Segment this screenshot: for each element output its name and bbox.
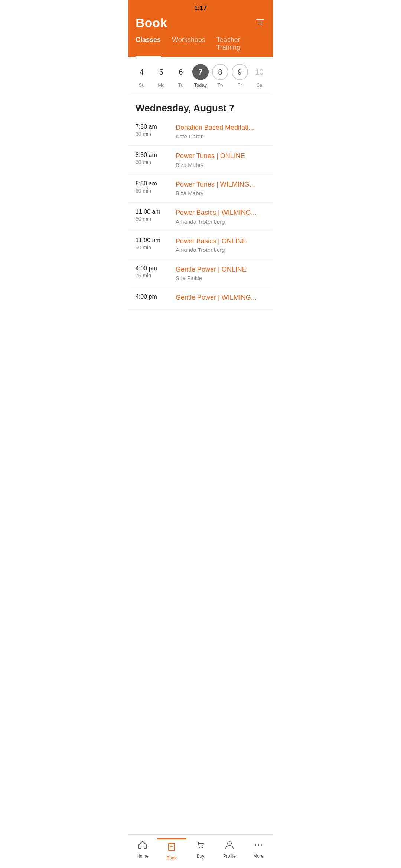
class-time-block: 11:00 am60 min [136, 208, 173, 222]
calendar-day-6[interactable]: 6Tu [172, 64, 190, 88]
nav-book-label: Book [166, 855, 176, 861]
tab-workshops[interactable]: Workshops [172, 36, 205, 57]
day-label: Sa [257, 82, 263, 88]
svg-point-12 [261, 844, 262, 846]
tab-bar: Classes Workshops Teacher Training [128, 30, 273, 57]
nav-profile-label: Profile [223, 854, 236, 859]
nav-home-label: Home [137, 854, 149, 859]
class-instructor: Biza Mabry [176, 162, 265, 168]
class-info: Power Tunes | ONLINEBiza Mabry [173, 152, 265, 168]
calendar-day-10[interactable]: 10Sa [250, 64, 268, 88]
classes-list: 7:30 am30 minDonation Based Meditati...K… [128, 118, 273, 339]
day-label: Fr [238, 82, 242, 88]
class-name: Power Basics | WILMING... [176, 208, 265, 217]
day-number: 6 [173, 64, 189, 80]
class-name: Power Tunes | ONLINE [176, 152, 265, 160]
class-instructor: Amanda Trotenberg [176, 247, 265, 253]
header: Book [128, 12, 273, 30]
class-time-label: 11:00 am [136, 208, 160, 215]
class-item[interactable]: 7:30 am30 minDonation Based Meditati...K… [128, 118, 273, 146]
day-label: Th [217, 82, 223, 88]
nav-home[interactable]: Home [128, 840, 157, 859]
more-icon [254, 840, 263, 852]
svg-point-9 [228, 842, 231, 845]
day-number: 9 [232, 64, 248, 80]
class-time-block: 7:30 am30 min [136, 124, 173, 137]
buy-icon [196, 840, 205, 852]
svg-point-8 [202, 847, 203, 848]
svg-point-7 [199, 847, 200, 848]
class-instructor: Sue Finkle [176, 275, 265, 281]
class-time-label: 11:00 am [136, 237, 160, 244]
class-duration-label: 30 min [136, 131, 151, 137]
class-name: Donation Based Meditati... [176, 124, 265, 132]
class-duration-label: 60 min [136, 188, 151, 194]
profile-icon [225, 840, 234, 852]
day-label: Tu [178, 82, 184, 88]
day-label: Today [194, 82, 207, 88]
day-number: 8 [212, 64, 228, 80]
home-icon [138, 840, 147, 852]
day-number: 10 [251, 64, 267, 80]
nav-book[interactable]: Book [157, 838, 186, 861]
class-instructor: Kate Doran [176, 133, 265, 139]
calendar-day-9[interactable]: 9Fr [231, 64, 249, 88]
class-item[interactable]: 4:00 pmGentle Power | WILMING... [128, 287, 273, 309]
class-instructor: Biza Mabry [176, 190, 265, 196]
class-time-block: 4:00 pm75 min [136, 265, 173, 279]
class-instructor: Amanda Trotenberg [176, 218, 265, 225]
calendar-day-4[interactable]: 4Su [133, 64, 150, 88]
tab-teacher-training[interactable]: Teacher Training [216, 36, 265, 57]
status-bar: 1:17 [128, 0, 273, 12]
nav-buy[interactable]: Buy [186, 840, 215, 859]
calendar-day-5[interactable]: 5Mo [152, 64, 170, 88]
class-info: Donation Based Meditati...Kate Doran [173, 124, 265, 139]
class-time-label: 4:00 pm [136, 265, 157, 272]
day-number: 4 [133, 64, 150, 80]
class-time-block: 11:00 am60 min [136, 237, 173, 250]
svg-rect-3 [169, 843, 175, 851]
class-name: Gentle Power | ONLINE [176, 265, 265, 274]
nav-more[interactable]: More [244, 840, 273, 859]
class-time-block: 4:00 pm [136, 293, 173, 301]
calendar-day-8[interactable]: 8Th [211, 64, 229, 88]
class-item[interactable]: 11:00 am60 minPower Basics | WILMING...A… [128, 203, 273, 231]
class-time-label: 8:30 am [136, 180, 157, 187]
bottom-nav: Home Book Buy Pro [128, 834, 273, 868]
class-time-label: 4:00 pm [136, 293, 157, 300]
class-name: Power Tunes | WILMING... [176, 180, 265, 189]
filter-icon[interactable] [255, 17, 265, 29]
calendar-strip: 4Su5Mo6Tu7Today8Th9Fr10Sa [128, 57, 273, 95]
class-item[interactable]: 4:00 pm75 minGentle Power | ONLINESue Fi… [128, 259, 273, 287]
day-label: Su [138, 82, 144, 88]
class-time-label: 7:30 am [136, 124, 157, 130]
class-info: Gentle Power | ONLINESue Finkle [173, 265, 265, 281]
tab-classes[interactable]: Classes [136, 36, 161, 57]
nav-buy-label: Buy [197, 854, 205, 859]
class-name: Power Basics | ONLINE [176, 237, 265, 246]
class-duration-label: 60 min [136, 216, 151, 222]
book-icon [167, 842, 176, 854]
calendar-day-7[interactable]: 7Today [192, 64, 209, 88]
class-info: Power Basics | WILMING...Amanda Trotenbe… [173, 208, 265, 224]
page-title: Book [136, 16, 167, 30]
nav-profile[interactable]: Profile [215, 840, 244, 859]
class-time-block: 8:30 am60 min [136, 152, 173, 165]
class-info: Power Tunes | WILMING...Biza Mabry [173, 180, 265, 196]
class-item[interactable]: 11:00 am60 minPower Basics | ONLINEAmand… [128, 231, 273, 259]
class-time-block: 8:30 am60 min [136, 180, 173, 194]
class-info: Gentle Power | WILMING... [173, 293, 265, 303]
day-number: 7 [192, 64, 209, 80]
nav-more-label: More [253, 854, 263, 859]
class-duration-label: 75 min [136, 273, 151, 279]
class-item[interactable]: 8:30 am60 minPower Tunes | ONLINEBiza Ma… [128, 146, 273, 174]
svg-point-11 [258, 844, 259, 846]
class-name: Gentle Power | WILMING... [176, 293, 265, 302]
day-number: 5 [153, 64, 169, 80]
day-label: Mo [158, 82, 164, 88]
class-item[interactable]: 8:30 am60 minPower Tunes | WILMING...Biz… [128, 174, 273, 203]
class-duration-label: 60 min [136, 159, 151, 165]
status-time: 1:17 [194, 4, 207, 12]
class-duration-label: 60 min [136, 244, 151, 250]
class-time-label: 8:30 am [136, 152, 157, 158]
